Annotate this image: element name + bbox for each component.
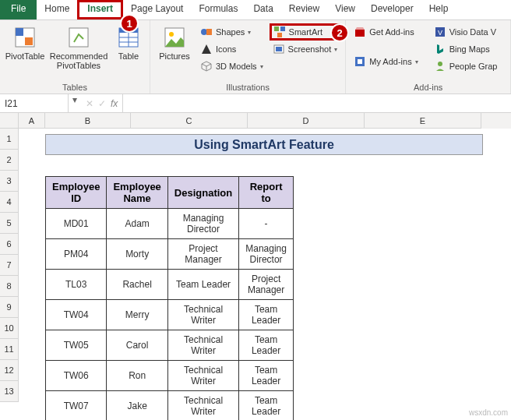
- menu-help[interactable]: Help: [421, 0, 456, 19]
- menu-file[interactable]: File: [0, 0, 37, 19]
- row-header-1[interactable]: 1: [0, 129, 19, 150]
- table-cell[interactable]: Team Leader: [239, 300, 294, 330]
- table-header[interactable]: Report to: [239, 177, 294, 209]
- table-row: TW05CarolTechnical WriterTeam Leader: [46, 330, 294, 361]
- my-addins-button[interactable]: My Add-ins▾: [351, 53, 421, 70]
- row-header-3[interactable]: 3: [0, 171, 19, 192]
- col-header-A[interactable]: A: [19, 113, 45, 129]
- row-header-9[interactable]: 9: [0, 297, 19, 318]
- bing-icon: [434, 43, 446, 55]
- 3dmodels-button[interactable]: 3D Models▾: [197, 58, 266, 75]
- svg-point-23: [438, 62, 442, 66]
- cancel-icon[interactable]: ✕: [86, 98, 93, 109]
- ribbon-group-addins: Get Add-ins My Add-ins▾ VVisio Data V Bi…: [346, 20, 511, 94]
- table-cell[interactable]: Team Leader: [239, 391, 294, 421]
- table-cell[interactable]: TW06: [46, 361, 107, 391]
- col-header-D[interactable]: D: [248, 113, 365, 129]
- row-header-13[interactable]: 13: [0, 381, 19, 402]
- row-header-10[interactable]: 10: [0, 318, 19, 339]
- screenshot-button[interactable]: Screenshot▾: [270, 41, 341, 58]
- svg-rect-17: [276, 47, 282, 51]
- svg-point-11: [201, 29, 207, 35]
- row-header-11[interactable]: 11: [0, 339, 19, 360]
- table-cell[interactable]: Rachel: [107, 270, 167, 300]
- icons-button[interactable]: Icons: [197, 41, 266, 58]
- menu-insert[interactable]: Insert: [77, 0, 123, 19]
- table-cell[interactable]: Jake: [107, 391, 167, 421]
- table-cell[interactable]: Project Manager: [167, 239, 238, 270]
- grid-area: 12345678910111213 ABCDE Using SmartArt F…: [0, 113, 511, 420]
- table-cell[interactable]: Merry: [107, 300, 167, 330]
- screenshot-icon: [273, 43, 285, 55]
- table-cell[interactable]: Morty: [107, 239, 167, 270]
- table-row: TW06RonTechnical WriterTeam Leader: [46, 361, 294, 391]
- row-header-6[interactable]: 6: [0, 234, 19, 255]
- table-cell[interactable]: Project Manager: [239, 270, 294, 300]
- row-header-8[interactable]: 8: [0, 276, 19, 297]
- table-row: TW07JakeTechnical WriterTeam Leader: [46, 391, 294, 421]
- menu-formulas[interactable]: Formulas: [191, 0, 245, 19]
- table-cell[interactable]: MD01: [46, 209, 107, 239]
- table-cell[interactable]: Carol: [107, 330, 167, 361]
- row-header-4[interactable]: 4: [0, 192, 19, 213]
- svg-rect-12: [206, 29, 212, 35]
- col-header-E[interactable]: E: [365, 113, 481, 129]
- icons-icon: [200, 43, 213, 55]
- shapes-button[interactable]: Shapes▾: [197, 23, 266, 41]
- get-addins-button[interactable]: Get Add-ins: [351, 23, 421, 41]
- table-cell[interactable]: Team Leader: [239, 330, 294, 361]
- menu-view[interactable]: View: [327, 0, 363, 19]
- menu-bar: File Home Insert Page Layout Formulas Da…: [0, 0, 511, 20]
- table-cell[interactable]: Managing Director: [239, 239, 294, 270]
- recommended-pivottables-icon: [66, 25, 91, 50]
- fx-button[interactable]: fx: [111, 98, 118, 109]
- cube-icon: [200, 60, 213, 72]
- sheet-title[interactable]: Using SmartArt Feature: [45, 134, 483, 155]
- table-header[interactable]: Employee Name: [107, 177, 167, 209]
- table-cell[interactable]: PM04: [46, 239, 107, 270]
- visio-button[interactable]: VVisio Data V: [431, 23, 501, 41]
- table-cell[interactable]: TL03: [46, 270, 107, 300]
- menu-review[interactable]: Review: [281, 0, 327, 19]
- table-header[interactable]: Employee ID: [46, 177, 107, 209]
- table-cell[interactable]: TW04: [46, 300, 107, 330]
- row-header-5[interactable]: 5: [0, 213, 19, 234]
- data-table: Employee IDEmployee NameDesignationRepor…: [45, 176, 294, 420]
- visio-icon: V: [434, 26, 446, 38]
- namebox-dropdown[interactable]: ▾: [69, 94, 81, 112]
- table-header[interactable]: Designation: [167, 177, 238, 209]
- table-cell[interactable]: Managing Director: [167, 209, 238, 239]
- menu-data[interactable]: Data: [245, 0, 280, 19]
- table-cell[interactable]: Team Leader: [167, 270, 238, 300]
- menu-developer[interactable]: Developer: [363, 0, 421, 19]
- svg-rect-13: [274, 26, 279, 31]
- store-icon: [354, 26, 366, 38]
- smartart-icon: [273, 26, 286, 38]
- table-cell[interactable]: Technical Writer: [167, 300, 238, 330]
- table-cell[interactable]: Technical Writer: [167, 330, 238, 361]
- col-header-B[interactable]: B: [45, 113, 131, 129]
- table-cell[interactable]: Ron: [107, 361, 167, 391]
- table-cell[interactable]: TW07: [46, 391, 107, 421]
- table-cell[interactable]: Team Leader: [239, 361, 294, 391]
- col-header-C[interactable]: C: [131, 113, 248, 129]
- table-cell[interactable]: Adam: [107, 209, 167, 239]
- bing-button[interactable]: Bing Maps: [431, 41, 501, 58]
- pictures-button[interactable]: Pictures: [155, 23, 194, 81]
- row-header-7[interactable]: 7: [0, 255, 19, 276]
- select-all-corner[interactable]: [0, 113, 19, 129]
- row-header-12[interactable]: 12: [0, 360, 19, 381]
- table-cell[interactable]: -: [239, 209, 294, 239]
- pivottable-button[interactable]: PivotTable: [5, 23, 45, 81]
- table-cell[interactable]: Technical Writer: [167, 361, 238, 391]
- formula-input[interactable]: [123, 94, 511, 112]
- table-cell[interactable]: Technical Writer: [167, 391, 238, 421]
- people-button[interactable]: People Grap: [431, 58, 501, 75]
- shapes-icon: [200, 26, 213, 38]
- menu-home[interactable]: Home: [37, 0, 77, 19]
- recommended-pivottables-button[interactable]: Recommended PivotTables: [48, 23, 109, 81]
- name-box[interactable]: I21: [0, 94, 69, 112]
- table-cell[interactable]: TW05: [46, 330, 107, 361]
- enter-icon[interactable]: ✓: [98, 98, 106, 109]
- row-header-2[interactable]: 2: [0, 150, 19, 171]
